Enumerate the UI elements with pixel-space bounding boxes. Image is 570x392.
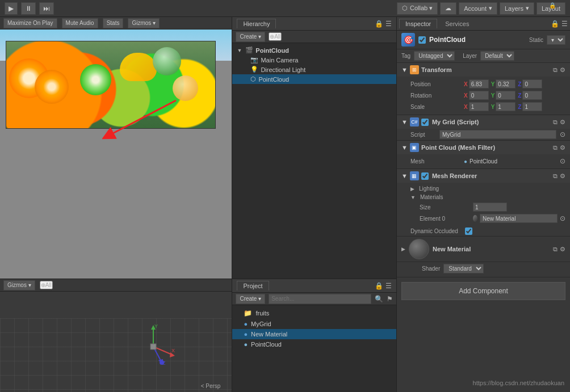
lighting-expand-icon: ▶ xyxy=(410,186,414,192)
project-tab[interactable]: Project xyxy=(237,281,269,290)
pause-button[interactable]: ⏸ xyxy=(21,2,36,15)
account-label: Account xyxy=(464,5,487,12)
mygrid-script-row: Script ⊙ xyxy=(397,129,570,140)
project-create-button[interactable]: Create ▾ xyxy=(236,294,265,304)
project-item-mygrid[interactable]: ● MyGrid xyxy=(232,319,396,329)
position-y-input[interactable] xyxy=(496,79,515,88)
scale-y-input[interactable] xyxy=(496,102,515,111)
mygrid-settings-icon[interactable]: ⧉ xyxy=(553,119,558,126)
inspector-menu-icon[interactable]: ☰ xyxy=(561,20,568,28)
hierarchy-maincamera-label: Main Camera xyxy=(261,57,298,64)
hierarchy-item-pointcloud[interactable]: ⬡ PointCloud xyxy=(232,74,396,84)
project-header: Project 🔒 ☰ xyxy=(232,279,396,293)
project-item-newmaterial[interactable]: ● New Material xyxy=(232,329,396,339)
position-x-input[interactable] xyxy=(469,79,489,88)
project-search-input[interactable] xyxy=(269,294,371,304)
meshfilter-settings-icon[interactable]: ⧉ xyxy=(553,144,558,151)
meshfilter-header[interactable]: ▼ ▣ Point Cloud (Mesh Filter) ⧉ ⚙ xyxy=(397,141,570,154)
game-toolbar: Maximize On Play Mute Audio Stats Gizmos… xyxy=(0,17,232,29)
material-expand-icon: ▶ xyxy=(401,246,405,252)
object-active-checkbox[interactable] xyxy=(418,36,426,44)
tag-dropdown[interactable]: Untagged xyxy=(414,51,455,61)
transform-header[interactable]: ▼ ⊞ Transform ⧉ ⚙ xyxy=(397,63,570,77)
hierarchy-item-directionallight[interactable]: 💡 Directional Light xyxy=(232,65,396,74)
maximize-on-play-button[interactable]: Maximize On Play xyxy=(3,18,57,28)
project-menu-icon[interactable]: ☰ xyxy=(385,282,392,290)
light-icon: 💡 xyxy=(250,66,258,73)
project-pointcloudmesh-label: PointCloud xyxy=(251,341,282,348)
meshrenderer-active-checkbox[interactable] xyxy=(421,172,429,180)
services-tab[interactable]: Services xyxy=(439,19,475,28)
mygrid-active-checkbox[interactable] xyxy=(421,119,429,126)
scale-x-input[interactable] xyxy=(469,102,489,111)
project-search-icon[interactable]: 🔍 xyxy=(375,295,383,303)
account-button[interactable]: Account ▾ xyxy=(459,2,497,15)
dynamic-occluded-checkbox[interactable] xyxy=(465,227,472,235)
project-item-pointcloudmesh[interactable]: ● PointCloud xyxy=(232,339,396,349)
project-filter-icon[interactable]: ⚑ xyxy=(387,295,393,303)
tag-label: Tag xyxy=(401,53,410,59)
size-input[interactable] xyxy=(473,203,507,212)
transform-menu-icon[interactable]: ⚙ xyxy=(560,66,565,74)
inspector-lock-icon[interactable]: 🔒 xyxy=(551,20,559,28)
rotation-z-input[interactable] xyxy=(522,91,542,100)
transform-settings-icon[interactable]: ⧉ xyxy=(553,66,558,74)
meshrenderer-menu-icon[interactable]: ⚙ xyxy=(560,172,565,180)
mygrid-header[interactable]: ▼ C# My Grid (Script) ⧉ ⚙ xyxy=(397,115,570,129)
scale-y-field: Y xyxy=(491,102,516,111)
mesh-select-icon[interactable]: ⊙ xyxy=(560,157,565,165)
hierarchy-menu-icon[interactable]: ☰ xyxy=(385,20,392,28)
project-lock-icon[interactable]: 🔒 xyxy=(375,282,383,290)
inspector-tab[interactable]: Inspector xyxy=(399,19,437,28)
collab-button[interactable]: ⬡ Collab ▾ xyxy=(397,2,438,15)
object-name: PointCloud xyxy=(429,36,526,44)
mygrid-icon: C# xyxy=(410,117,419,127)
dynamic-occluded-row: Dynamic Occluded xyxy=(397,226,570,236)
mesh-label: Mesh xyxy=(410,158,462,165)
scene-gizmos-button[interactable]: Gizmos ▾ xyxy=(3,280,35,290)
meshfilter-menu-icon[interactable]: ⚙ xyxy=(560,144,565,151)
cloud-button[interactable]: ☁ xyxy=(440,2,456,15)
inspector-content: 🎯 PointCloud Static ▾ Tag Untagged Layer… xyxy=(397,31,570,392)
layer-dropdown[interactable]: Default xyxy=(480,51,514,61)
add-component-button[interactable]: Add Component xyxy=(401,282,565,300)
hierarchy-root-item[interactable]: ▼ 🎬 PointCloud xyxy=(232,45,396,55)
script-select-icon[interactable]: ⊙ xyxy=(560,130,565,138)
rotation-x-input[interactable] xyxy=(469,91,489,100)
rot-z-label: Z xyxy=(518,92,521,99)
mygrid-menu-icon[interactable]: ⚙ xyxy=(560,119,565,126)
step-button[interactable]: ⏭ xyxy=(39,2,54,15)
element-select-icon[interactable]: ⊙ xyxy=(560,214,565,222)
rotation-x-field: X xyxy=(464,91,489,100)
project-item-fruits[interactable]: 📁 fruits xyxy=(232,307,396,319)
play-button[interactable]: ▶ xyxy=(5,2,18,15)
hierarchy-tab[interactable]: Hierarchy xyxy=(237,19,276,28)
position-z-input[interactable] xyxy=(522,79,542,88)
script-field[interactable] xyxy=(439,130,556,139)
rotation-y-input[interactable] xyxy=(496,91,515,100)
scene-all-button[interactable]: ⊕All xyxy=(40,281,53,289)
lighting-row: ▶ Lighting xyxy=(410,184,565,193)
material-settings-icon[interactable]: ⧉ xyxy=(553,246,558,253)
layers-button[interactable]: Layers ▾ xyxy=(500,2,534,15)
top-right-buttons: ⬡ Collab ▾ ☁ Account ▾ Layers ▾ Layout xyxy=(397,2,565,15)
gizmos-button[interactable]: Gizmos ▾ xyxy=(128,18,160,28)
hierarchy-create-button[interactable]: Create ▾ xyxy=(236,32,265,42)
material-menu-icon[interactable]: ⚙ xyxy=(560,246,565,253)
fruit-content xyxy=(6,41,215,128)
meshrenderer-settings-icon[interactable]: ⧉ xyxy=(553,172,558,180)
scale-z-input[interactable] xyxy=(522,102,542,111)
scale-z-field: Z xyxy=(518,102,542,111)
script-label: Script xyxy=(410,132,436,138)
hierarchy-item-maincamera[interactable]: 📷 Main Camera xyxy=(232,55,396,65)
mute-audio-button[interactable]: Mute Audio xyxy=(62,18,98,28)
scene-content[interactable]: Y X Z < Persp xyxy=(0,292,232,392)
element-name-input[interactable] xyxy=(480,214,558,223)
hierarchy-lock-icon[interactable]: 🔒 xyxy=(375,20,383,28)
middle-panel: Hierarchy 🔒 ☰ Create ▾ ⊕All ▼ 🎬 PointClo… xyxy=(232,17,397,392)
shader-dropdown[interactable]: Standard xyxy=(443,264,484,273)
stats-button[interactable]: Stats xyxy=(103,18,124,28)
hierarchy-all-button[interactable]: ⊕All xyxy=(269,32,282,41)
static-dropdown[interactable]: ▾ xyxy=(547,35,565,45)
meshrenderer-header[interactable]: ▼ ▦ Mesh Renderer ⧉ ⚙ xyxy=(397,169,570,183)
